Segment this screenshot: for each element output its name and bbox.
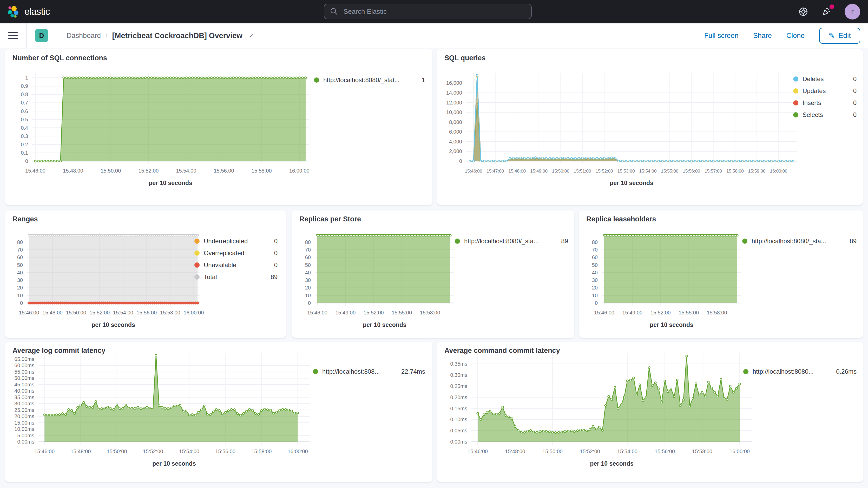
clone-button[interactable]: Clone — [786, 32, 805, 40]
series-marker — [625, 160, 627, 162]
y-axis-tick-label: 0.30ms — [450, 372, 467, 378]
x-axis-tick-label: 15:58:00 — [251, 449, 272, 454]
y-axis-tick-label: 70 — [592, 247, 598, 252]
space-switcher[interactable]: D — [27, 23, 57, 48]
x-axis-tick-label: 15:47:00 — [487, 169, 504, 174]
series-marker — [119, 408, 121, 409]
full-screen-button[interactable]: Full screen — [704, 32, 739, 40]
help-button[interactable] — [798, 7, 808, 17]
series-marker — [564, 431, 566, 432]
legend-item[interactable]: Inserts0 — [793, 99, 857, 106]
legend-item[interactable]: http://localhost:8080...0.26ms — [743, 368, 857, 375]
x-axis-tick-label: 15:58:00 — [707, 310, 727, 315]
series-marker — [62, 413, 63, 415]
series-marker — [218, 409, 220, 411]
y-axis-tick-label: 8,000 — [449, 119, 462, 125]
y-axis-tick-label: 10 — [592, 293, 598, 298]
series-marker — [545, 430, 547, 432]
x-axis-tick-label: 15:54:00 — [176, 168, 196, 174]
legend-item[interactable]: http://localhost:8080/_sta...89 — [455, 238, 568, 245]
legend-item[interactable]: Unavailable0 — [194, 262, 278, 269]
series-marker — [170, 407, 172, 409]
elastic-logo[interactable]: elastic — [0, 5, 50, 18]
chart-sql-connections[interactable]: 00.10.20.30.40.50.60.70.80.9115:46:0015:… — [5, 49, 432, 205]
chart-sql-queries[interactable]: 02,0004,0006,0008,00010,00012,00014,0001… — [437, 49, 863, 205]
chart-log-commit-latency[interactable]: 0.00ms5.00ms10.00ms15.00ms20.00ms25.00ms… — [5, 342, 432, 482]
legend-item[interactable]: Total89 — [194, 273, 278, 281]
series-marker — [489, 410, 491, 412]
series-marker — [618, 160, 620, 162]
series-marker — [756, 160, 758, 162]
series-marker — [137, 406, 139, 408]
legend-value: 0 — [274, 262, 278, 269]
main-menu-button[interactable] — [0, 23, 27, 48]
user-avatar[interactable]: r — [845, 4, 860, 20]
series-marker — [686, 355, 687, 357]
series-marker — [792, 160, 794, 162]
series-marker — [134, 407, 136, 409]
legend-item[interactable]: http://localhost:808...22.74ms — [313, 368, 425, 375]
series-marker — [297, 412, 299, 414]
series-marker — [107, 77, 108, 79]
legend-label: Underreplicated — [204, 238, 269, 245]
x-axis-tick-label: 15:55:00 — [679, 310, 699, 315]
panel-log-commit-latency: Average log commit latency 0.00ms5.00ms1… — [5, 342, 432, 482]
y-axis-tick-label: 30 — [305, 277, 311, 283]
legend-item[interactable]: http://localhost:8080/_stat...1 — [314, 77, 425, 84]
y-axis-tick-label: 0.00ms — [17, 439, 34, 445]
page-title[interactable]: [Metricbeat CockroachDB] Overview — [112, 31, 243, 40]
series-marker — [643, 160, 645, 162]
series-marker — [66, 77, 68, 79]
series-marker — [517, 429, 519, 431]
series-marker — [291, 410, 292, 412]
series-marker — [75, 234, 77, 236]
chart-replica-leaseholders[interactable]: 0102030405060708015:46:0015:49:0015:52:0… — [579, 211, 863, 338]
x-axis-label: per 10 seconds — [149, 180, 192, 186]
series-marker — [571, 157, 572, 159]
x-axis-label: per 10 seconds — [610, 180, 653, 186]
x-axis-tick-label: 15:56:00 — [655, 449, 675, 454]
global-search[interactable] — [324, 4, 532, 19]
series-marker — [692, 397, 693, 399]
share-button[interactable]: Share — [753, 32, 772, 40]
series-marker — [126, 234, 128, 236]
series-marker — [592, 425, 594, 427]
legend-item[interactable]: Selects0 — [793, 111, 857, 119]
series-marker — [687, 160, 689, 162]
x-axis-label: per 10 seconds — [91, 322, 135, 328]
series-marker — [270, 409, 272, 411]
series-marker — [520, 431, 522, 433]
legend-item[interactable]: Updates0 — [793, 87, 857, 95]
search-input[interactable] — [343, 7, 525, 16]
y-axis-tick-label: 10,000 — [446, 110, 462, 115]
legend-item[interactable]: Deletes0 — [793, 75, 857, 83]
series-marker — [604, 404, 606, 406]
checkmark-icon[interactable]: ✓ — [249, 32, 254, 40]
edit-button[interactable]: ✎ Edit — [819, 28, 860, 44]
legend-label: Selects — [803, 111, 848, 119]
legend-item[interactable]: http://localhost:8080/_sta...89 — [742, 238, 857, 245]
series-marker — [46, 414, 48, 416]
series-marker — [240, 414, 241, 416]
x-axis-tick-label: 15:46:00 — [465, 169, 482, 174]
series-marker — [450, 234, 451, 236]
legend-value: 89 — [271, 273, 278, 281]
series-marker — [552, 431, 553, 433]
series-marker — [734, 160, 736, 162]
series-marker — [152, 408, 154, 410]
breadcrumb-dashboard-link[interactable]: Dashboard — [66, 32, 101, 40]
series-marker — [165, 234, 167, 236]
series-marker — [200, 409, 202, 411]
x-axis-tick-label: 15:52:00 — [650, 310, 671, 315]
series-marker — [226, 77, 228, 79]
newsfeed-button[interactable] — [821, 6, 832, 17]
x-axis-tick-label: 15:54:00 — [617, 449, 638, 454]
legend-item[interactable]: Underreplicated0 — [194, 238, 278, 245]
chart-command-commit-latency[interactable]: 0.00ms0.05ms0.10ms0.15ms0.20ms0.25ms0.30… — [437, 342, 863, 482]
series-marker — [676, 160, 678, 162]
legend-item[interactable]: Overreplicated0 — [194, 249, 278, 257]
series-marker — [509, 157, 511, 159]
series-marker — [132, 234, 134, 236]
chart-replicas-per-store[interactable]: 0102030405060708015:46:0015:49:0015:52:0… — [292, 211, 574, 338]
series-marker — [484, 160, 485, 162]
